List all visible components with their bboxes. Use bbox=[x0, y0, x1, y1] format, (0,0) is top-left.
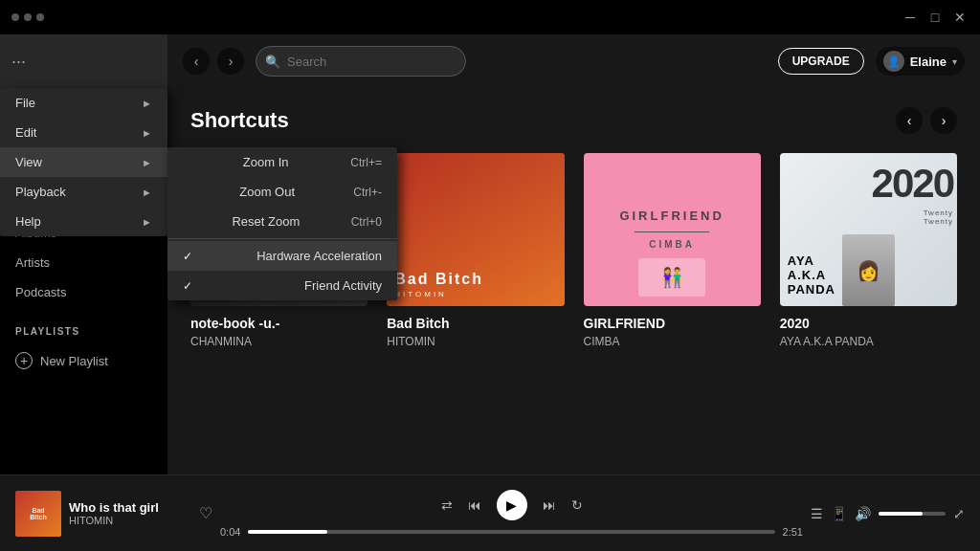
user-area[interactable]: 👤 Elaine ▾ bbox=[876, 47, 965, 76]
card-bad-bitch-title: Bad Bitch bbox=[387, 316, 564, 331]
shortcuts-prev-button[interactable]: ‹ bbox=[896, 107, 923, 134]
titlebar-controls: ─ □ ✕ bbox=[902, 9, 969, 26]
menu-bar: ··· bbox=[0, 34, 167, 88]
card-bad-bitch-image: Bad Bitch HITOMIN bbox=[387, 153, 564, 306]
fullscreen-button[interactable]: ⤢ bbox=[953, 506, 965, 521]
submenu-hardware-accel[interactable]: ✓ Hardware Acceleration bbox=[167, 241, 397, 271]
check-friend-icon: ✓ bbox=[183, 279, 192, 293]
np-playback-buttons: ⇄ ⏮ ▶ ⏭ ↻ bbox=[441, 490, 583, 520]
new-playlist-icon: + bbox=[15, 352, 33, 369]
search-icon: 🔍 bbox=[265, 55, 280, 69]
submenu-reset-zoom[interactable]: Reset Zoom Ctrl+0 bbox=[167, 207, 397, 236]
close-button[interactable]: ✕ bbox=[951, 9, 969, 26]
card-girlfriend[interactable]: GIRLFRIEND CIMBA 👫 GIRLFRIEND CIMBA bbox=[584, 153, 761, 348]
main-menu-popup: File ► Edit ► View ► Zoom In Ctrl+= Zoom… bbox=[0, 88, 167, 236]
topbar: ‹ › 🔍 UPGRADE 👤 Elaine ▾ bbox=[167, 34, 980, 88]
np-album-art: BadBitch bbox=[15, 491, 61, 537]
submenu-separator bbox=[167, 238, 397, 239]
view-submenu: Zoom In Ctrl+= Zoom Out Ctrl+- Reset Zoo… bbox=[167, 147, 397, 300]
forward-button[interactable]: › bbox=[217, 48, 244, 75]
dot1 bbox=[11, 13, 19, 21]
np-controls: ⇄ ⏮ ▶ ⏭ ↻ 0:04 2:51 bbox=[220, 490, 803, 538]
submenu-friend-activity[interactable]: ✓ Friend Activity bbox=[167, 271, 397, 300]
progress-fill bbox=[248, 530, 327, 534]
menu-view[interactable]: View ► Zoom In Ctrl+= Zoom Out Ctrl+- Re… bbox=[0, 147, 167, 177]
submenu-zoom-in[interactable]: Zoom In Ctrl+= bbox=[167, 147, 397, 177]
back-button[interactable]: ‹ bbox=[183, 48, 210, 75]
new-playlist-button[interactable]: + New Playlist bbox=[0, 344, 167, 377]
submenu-zoom-out[interactable]: Zoom Out Ctrl+- bbox=[167, 177, 397, 207]
view-arrow-icon: ► bbox=[142, 157, 152, 168]
search-input[interactable] bbox=[256, 46, 466, 77]
card-notebook-subtitle: CHANMINA bbox=[190, 335, 368, 348]
progress-track[interactable] bbox=[248, 530, 774, 534]
np-info: Who is that girl HITOMIN bbox=[69, 500, 184, 526]
card-2020-subtext: TwentyTwenty bbox=[924, 209, 953, 226]
menu-playback[interactable]: Playback ► bbox=[0, 177, 167, 207]
menu-help[interactable]: Help ► bbox=[0, 207, 167, 236]
topbar-right: UPGRADE 👤 Elaine ▾ bbox=[778, 47, 965, 76]
np-progress-bar: 0:04 2:51 bbox=[220, 526, 803, 538]
np-current-time: 0:04 bbox=[220, 526, 240, 538]
card-2020-year: 2020 bbox=[872, 161, 953, 207]
help-arrow-icon: ► bbox=[142, 216, 152, 228]
menu-dots-button[interactable]: ··· bbox=[11, 52, 26, 72]
shuffle-button[interactable]: ⇄ bbox=[441, 497, 453, 513]
np-artist-name: HITOMIN bbox=[69, 515, 184, 526]
volume-icon[interactable]: 🔊 bbox=[855, 506, 871, 521]
sidebar-item-artists[interactable]: Artists bbox=[0, 248, 167, 277]
menu-file[interactable]: File ► bbox=[0, 88, 167, 118]
now-playing-bar: BadBitch Who is that girl HITOMIN ♡ ⇄ ⏮ … bbox=[0, 474, 980, 551]
shortcuts-next-button[interactable]: › bbox=[930, 107, 957, 134]
like-button[interactable]: ♡ bbox=[199, 504, 212, 522]
repeat-button[interactable]: ↻ bbox=[571, 497, 583, 513]
card-bad-bitch-subtitle: HITOMIN bbox=[387, 335, 564, 348]
titlebar-dots bbox=[11, 13, 44, 21]
minimize-button[interactable]: ─ bbox=[902, 9, 919, 26]
card-girlfriend-subtitle: CIMBA bbox=[584, 335, 761, 348]
queue-button[interactable]: ☰ bbox=[811, 506, 823, 521]
shortcuts-title: Shortcuts bbox=[190, 108, 289, 133]
card-2020-name: AYAA.K.APANDA bbox=[788, 253, 835, 297]
playback-arrow-icon: ► bbox=[142, 187, 152, 198]
devices-button[interactable]: 📱 bbox=[831, 506, 847, 521]
card-girlfriend-image: GIRLFRIEND CIMBA 👫 bbox=[584, 153, 761, 306]
dot3 bbox=[36, 13, 44, 21]
next-button[interactable]: ⏭ bbox=[543, 497, 556, 513]
avatar: 👤 bbox=[883, 51, 904, 72]
maximize-button[interactable]: □ bbox=[926, 9, 944, 26]
play-pause-button[interactable]: ▶ bbox=[497, 490, 527, 520]
card-2020-subtitle: AYA A.K.A PANDA bbox=[780, 335, 957, 348]
card-bad-bitch-text: Bad Bitch HITOMIN bbox=[394, 271, 483, 298]
edit-arrow-icon: ► bbox=[142, 127, 152, 139]
upgrade-button[interactable]: UPGRADE bbox=[778, 48, 864, 75]
shortcuts-nav: ‹ › bbox=[896, 107, 957, 134]
file-arrow-icon: ► bbox=[142, 98, 152, 109]
new-playlist-label: New Playlist bbox=[40, 354, 108, 368]
nav-arrows: ‹ › bbox=[183, 48, 244, 75]
volume-fill bbox=[879, 512, 923, 516]
np-right-controls: ☰ 📱 🔊 ⤢ bbox=[811, 506, 965, 521]
np-track-title: Who is that girl bbox=[69, 500, 184, 515]
chevron-down-icon: ▾ bbox=[952, 56, 957, 67]
card-2020[interactable]: 2020 TwentyTwenty 👩 AYAA.K.APANDA 2020 A… bbox=[780, 153, 957, 348]
card-girlfriend-text: GIRLFRIEND CIMBA bbox=[619, 208, 724, 251]
playlists-label: PLAYLISTS bbox=[0, 307, 167, 344]
sidebar-item-podcasts[interactable]: Podcasts bbox=[0, 277, 167, 307]
dot2 bbox=[24, 13, 32, 21]
np-total-time: 2:51 bbox=[783, 526, 803, 538]
search-wrapper: 🔍 bbox=[256, 46, 466, 77]
menu-edit[interactable]: Edit ► bbox=[0, 118, 167, 147]
previous-button[interactable]: ⏮ bbox=[468, 497, 481, 513]
card-bad-bitch[interactable]: Bad Bitch HITOMIN Bad Bitch HITOMIN bbox=[387, 153, 564, 348]
check-hardware-icon: ✓ bbox=[183, 250, 192, 263]
menu-container: ··· File ► Edit ► View ► Zoom In Ctrl+= bbox=[0, 34, 167, 88]
titlebar: ─ □ ✕ bbox=[0, 0, 980, 34]
card-girlfriend-title: GIRLFRIEND bbox=[584, 316, 761, 331]
volume-slider[interactable] bbox=[879, 512, 946, 516]
card-notebook-title: note-book -u.- bbox=[190, 316, 368, 331]
username-label: Elaine bbox=[910, 55, 947, 69]
shortcuts-header: Shortcuts ‹ › bbox=[190, 107, 957, 134]
card-2020-image: 2020 TwentyTwenty 👩 AYAA.K.APANDA bbox=[780, 153, 957, 306]
card-2020-title: 2020 bbox=[780, 316, 957, 331]
